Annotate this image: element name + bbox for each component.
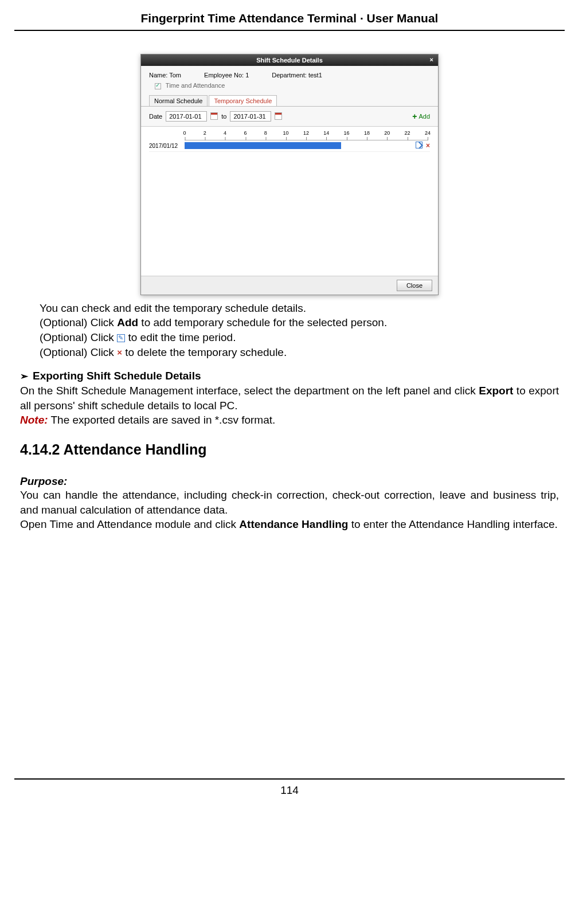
close-icon[interactable]: × bbox=[430, 56, 433, 63]
dialog-info-row: Name: Tom Employee No: 1 Department: tes… bbox=[141, 66, 438, 82]
schedule-row: 2017/01/12 × bbox=[149, 140, 430, 152]
calendar-icon[interactable] bbox=[210, 112, 218, 120]
dialog-titlebar: Shift Schedule Details × bbox=[141, 54, 438, 66]
date-to-label: to bbox=[221, 113, 226, 120]
instruction-block: You can check and edit the temporary sch… bbox=[40, 301, 539, 360]
purpose-paragraph-1: You can handle the attendance, including… bbox=[20, 488, 559, 517]
add-button-label: Add bbox=[418, 113, 430, 120]
note-label: Note: bbox=[20, 414, 48, 426]
dialog-tabs: Normal Schedule Temporary Schedule bbox=[141, 95, 438, 107]
ruler-tick: 16 bbox=[344, 130, 350, 136]
tab-temporary-schedule[interactable]: Temporary Schedule bbox=[209, 95, 277, 106]
department-label: Department: test1 bbox=[272, 72, 322, 79]
date-to-input[interactable]: 2017-01-31 bbox=[230, 111, 271, 122]
instruction-line: (Optional) Click Add to add temporary sc… bbox=[40, 315, 539, 330]
schedule-row-actions: × bbox=[408, 142, 430, 150]
delete-icon: × bbox=[117, 347, 122, 358]
ruler-tick: 22 bbox=[405, 130, 410, 136]
purpose-paragraph-2: Open Time and Attendance module and clic… bbox=[20, 517, 559, 532]
ruler-tick: 0 bbox=[183, 130, 186, 136]
note-line: Note: The exported details are saved in … bbox=[20, 413, 559, 428]
schedule-row-date: 2017/01/12 bbox=[149, 143, 185, 149]
instruction-line: You can check and edit the temporary sch… bbox=[40, 301, 539, 316]
schedule-bar[interactable] bbox=[185, 142, 341, 149]
calendar-icon[interactable] bbox=[275, 112, 282, 120]
dialog-shift-schedule-details: Shift Schedule Details × Name: Tom Emplo… bbox=[140, 54, 439, 295]
date-filter-row: Date 2017-01-01 to 2017-01-31 + Add bbox=[141, 107, 438, 127]
ruler-tick: 10 bbox=[283, 130, 289, 136]
purpose-label: Purpose: bbox=[20, 475, 559, 488]
edit-icon[interactable] bbox=[416, 142, 422, 148]
add-button[interactable]: + Add bbox=[412, 112, 430, 121]
page-header: Fingerprint Time Attendance Terminal · U… bbox=[14, 11, 565, 31]
arrow-right-icon: ➢ bbox=[20, 370, 28, 382]
tab-normal-schedule[interactable]: Normal Schedule bbox=[149, 95, 208, 106]
subsection-heading-text: Exporting Shift Schedule Details bbox=[33, 370, 201, 382]
schedule-grid: 0 2 4 6 8 10 12 14 16 18 20 22 24 2017/0… bbox=[141, 127, 438, 276]
ruler-tick: 8 bbox=[264, 130, 267, 136]
ruler-tick: 20 bbox=[384, 130, 390, 136]
close-button[interactable]: Close bbox=[397, 280, 432, 291]
ruler-tick: 12 bbox=[303, 130, 309, 136]
dialog-footer: Close bbox=[141, 276, 438, 295]
ruler-tick: 6 bbox=[244, 130, 247, 136]
section-heading: 4.14.2 Attendance Handling bbox=[20, 441, 559, 458]
instruction-line: (Optional) Click to edit the time period… bbox=[40, 330, 539, 345]
time-ruler: 0 2 4 6 8 10 12 14 16 18 20 22 24 bbox=[185, 127, 428, 140]
schedule-bar-track bbox=[185, 141, 408, 150]
dialog-title-text: Shift Schedule Details bbox=[256, 57, 323, 64]
ruler-tick: 18 bbox=[364, 130, 370, 136]
edit-icon bbox=[117, 334, 125, 342]
page-number: 114 bbox=[14, 778, 565, 797]
delete-icon[interactable]: × bbox=[426, 142, 430, 150]
ruler-tick: 14 bbox=[323, 130, 329, 136]
instruction-line: (Optional) Click × to delete the tempora… bbox=[40, 345, 539, 360]
export-paragraph: On the Shift Schedule Management interfa… bbox=[20, 383, 559, 413]
subsection-heading: ➢ Exporting Shift Schedule Details bbox=[20, 370, 565, 382]
date-from-input[interactable]: 2017-01-01 bbox=[166, 111, 207, 122]
screenshot-container: Shift Schedule Details × Name: Tom Emplo… bbox=[14, 54, 565, 295]
checkbox-time-attendance[interactable] bbox=[155, 83, 161, 89]
date-label: Date bbox=[149, 113, 162, 120]
employee-label: Employee No: 1 bbox=[204, 72, 249, 79]
checkbox-row: Time and Attendance bbox=[141, 82, 438, 95]
name-label: Name: Tom bbox=[149, 72, 181, 79]
plus-icon: + bbox=[412, 112, 417, 121]
ruler-tick: 24 bbox=[425, 130, 431, 136]
ruler-tick: 2 bbox=[204, 130, 206, 136]
ruler-tick: 4 bbox=[224, 130, 226, 136]
checkbox-label: Time and Attendance bbox=[166, 82, 225, 89]
